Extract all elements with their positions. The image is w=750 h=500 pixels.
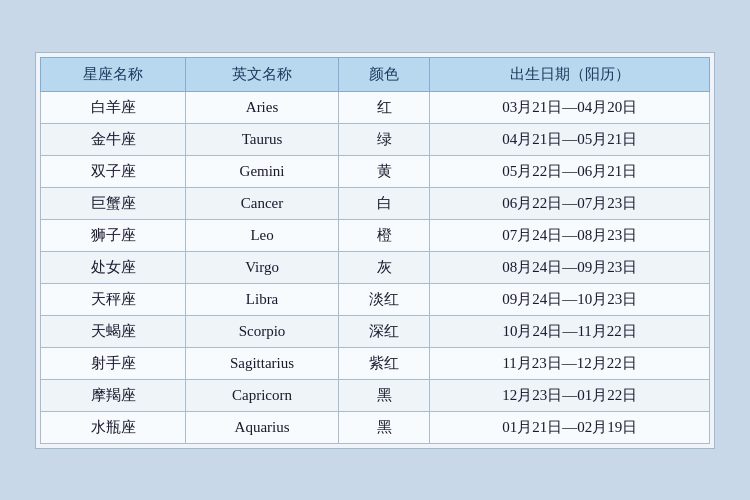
cell-chinese-name: 金牛座 — [41, 123, 186, 155]
table-row: 金牛座Taurus绿04月21日—05月21日 — [41, 123, 710, 155]
cell-color: 黑 — [338, 411, 429, 443]
cell-english-name: Capricorn — [186, 379, 339, 411]
cell-english-name: Gemini — [186, 155, 339, 187]
header-color: 颜色 — [338, 57, 429, 91]
header-english-name: 英文名称 — [186, 57, 339, 91]
cell-dates: 01月21日—02月19日 — [430, 411, 710, 443]
header-chinese-name: 星座名称 — [41, 57, 186, 91]
cell-chinese-name: 白羊座 — [41, 91, 186, 123]
cell-color: 白 — [338, 187, 429, 219]
cell-english-name: Aquarius — [186, 411, 339, 443]
header-dates: 出生日期（阳历） — [430, 57, 710, 91]
cell-color: 绿 — [338, 123, 429, 155]
cell-chinese-name: 狮子座 — [41, 219, 186, 251]
cell-color: 橙 — [338, 219, 429, 251]
cell-chinese-name: 巨蟹座 — [41, 187, 186, 219]
cell-chinese-name: 天秤座 — [41, 283, 186, 315]
table-row: 水瓶座Aquarius黑01月21日—02月19日 — [41, 411, 710, 443]
cell-english-name: Taurus — [186, 123, 339, 155]
cell-color: 红 — [338, 91, 429, 123]
cell-chinese-name: 射手座 — [41, 347, 186, 379]
cell-color: 紫红 — [338, 347, 429, 379]
cell-dates: 05月22日—06月21日 — [430, 155, 710, 187]
cell-color: 深红 — [338, 315, 429, 347]
zodiac-table: 星座名称 英文名称 颜色 出生日期（阳历） 白羊座Aries红03月21日—04… — [40, 57, 710, 444]
table-row: 狮子座Leo橙07月24日—08月23日 — [41, 219, 710, 251]
cell-chinese-name: 天蝎座 — [41, 315, 186, 347]
cell-dates: 04月21日—05月21日 — [430, 123, 710, 155]
cell-color: 灰 — [338, 251, 429, 283]
table-row: 处女座Virgo灰08月24日—09月23日 — [41, 251, 710, 283]
cell-dates: 06月22日—07月23日 — [430, 187, 710, 219]
cell-chinese-name: 处女座 — [41, 251, 186, 283]
cell-chinese-name: 水瓶座 — [41, 411, 186, 443]
cell-dates: 11月23日—12月22日 — [430, 347, 710, 379]
cell-color: 黄 — [338, 155, 429, 187]
cell-english-name: Cancer — [186, 187, 339, 219]
cell-english-name: Leo — [186, 219, 339, 251]
cell-dates: 09月24日—10月23日 — [430, 283, 710, 315]
cell-color: 黑 — [338, 379, 429, 411]
cell-english-name: Sagittarius — [186, 347, 339, 379]
table-row: 射手座Sagittarius紫红11月23日—12月22日 — [41, 347, 710, 379]
cell-english-name: Scorpio — [186, 315, 339, 347]
cell-english-name: Virgo — [186, 251, 339, 283]
cell-color: 淡红 — [338, 283, 429, 315]
cell-chinese-name: 摩羯座 — [41, 379, 186, 411]
table-row: 白羊座Aries红03月21日—04月20日 — [41, 91, 710, 123]
table-header-row: 星座名称 英文名称 颜色 出生日期（阳历） — [41, 57, 710, 91]
cell-dates: 12月23日—01月22日 — [430, 379, 710, 411]
table-row: 天蝎座Scorpio深红10月24日—11月22日 — [41, 315, 710, 347]
cell-dates: 07月24日—08月23日 — [430, 219, 710, 251]
cell-english-name: Libra — [186, 283, 339, 315]
table-row: 双子座Gemini黄05月22日—06月21日 — [41, 155, 710, 187]
table-row: 摩羯座Capricorn黑12月23日—01月22日 — [41, 379, 710, 411]
table-row: 天秤座Libra淡红09月24日—10月23日 — [41, 283, 710, 315]
table-row: 巨蟹座Cancer白06月22日—07月23日 — [41, 187, 710, 219]
cell-dates: 08月24日—09月23日 — [430, 251, 710, 283]
cell-dates: 03月21日—04月20日 — [430, 91, 710, 123]
cell-dates: 10月24日—11月22日 — [430, 315, 710, 347]
cell-english-name: Aries — [186, 91, 339, 123]
cell-chinese-name: 双子座 — [41, 155, 186, 187]
zodiac-table-container: 星座名称 英文名称 颜色 出生日期（阳历） 白羊座Aries红03月21日—04… — [35, 52, 715, 449]
